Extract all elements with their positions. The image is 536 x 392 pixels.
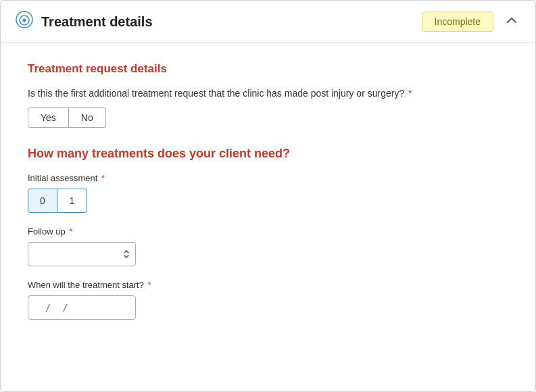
select-arrows-icon [123,249,130,259]
treatment-start-label: When will the treatment start? * [28,280,508,290]
status-badge: Incomplete [422,11,493,32]
yes-no-group: Yes No [28,107,508,128]
initial-assessment-label: Initial assessment * [28,173,508,183]
question1-label: Is this the first additional treatment r… [28,87,508,101]
stepper-value-0[interactable]: 0 [28,189,57,213]
follow-up-select[interactable] [28,242,136,266]
header-right: Incomplete [422,11,522,32]
date-input-wrap [28,295,136,320]
required-star: * [406,88,412,99]
section-treatment-request: Treatment request details Is this the fi… [28,62,508,128]
follow-up-label: Follow up * [28,226,508,237]
required-star2: * [99,173,105,183]
no-button[interactable]: No [69,107,106,128]
collapse-button[interactable] [502,13,522,31]
stepper-value-1[interactable]: 1 [57,189,87,213]
logo-icon [14,10,34,33]
required-star3: * [67,226,73,237]
svg-point-0 [23,19,26,22]
section-how-many: How many treatments does your client nee… [28,147,508,320]
header-left: Treatment details [14,10,153,33]
date-input[interactable] [28,302,136,313]
page-title: Treatment details [41,14,153,30]
section1-title: Treatment request details [28,62,508,76]
card-body: Treatment request details Is this the fi… [1,43,535,339]
required-star4: * [145,280,151,290]
initial-assessment-stepper: 0 1 [28,189,508,213]
card-header: Treatment details Incomplete [1,1,535,43]
treatment-details-card: Treatment details Incomplete Treatment r… [0,0,536,392]
section2-title: How many treatments does your client nee… [28,147,508,161]
yes-button[interactable]: Yes [28,107,69,128]
